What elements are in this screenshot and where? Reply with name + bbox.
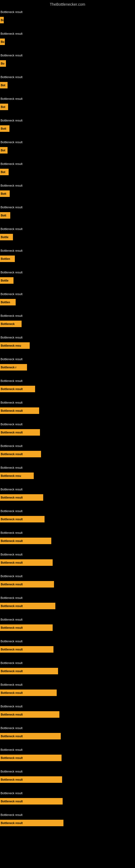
- bar-text: Bo: [0, 19, 4, 22]
- bar: Bot: [0, 104, 8, 110]
- bar: Bottleneck result: [0, 711, 59, 718]
- bar: Bottleneck result: [0, 451, 41, 457]
- bar-label: Bottleneck result: [1, 249, 22, 252]
- bar: Bottleneck result: [0, 516, 45, 522]
- table-row: Bottleneck resultBottleneck resu: [0, 334, 135, 355]
- table-row: Bottleneck resultBo: [0, 8, 135, 30]
- table-row: Bottleneck resultBottleneck result: [0, 811, 135, 833]
- bar: Bottleneck result: [0, 386, 35, 392]
- bar: Bottleneck resu: [0, 472, 34, 479]
- table-row: Bottleneck resultBottleneck result: [0, 703, 135, 724]
- table-row: Bottleneck resultBottleneck result: [0, 507, 135, 529]
- bar-text: Bottleneck result: [0, 453, 23, 456]
- bar-label: Bottleneck result: [1, 683, 22, 686]
- bar: Bottleneck result: [0, 798, 63, 805]
- bar-label: Bottleneck result: [1, 726, 22, 730]
- bar-label: Bottleneck result: [1, 509, 22, 513]
- bar: Bottlen: [0, 299, 16, 305]
- table-row: Bottleneck resultBottle: [0, 269, 135, 290]
- bar-label: Bottleneck result: [1, 792, 22, 795]
- bar: Bottleneck result: [0, 646, 53, 653]
- table-row: Bottleneck resultBottleneck result: [0, 572, 135, 594]
- bar-text: Bottleneck result: [0, 561, 23, 564]
- bar: Bottleneck result: [0, 624, 53, 631]
- bar: Bo: [0, 38, 5, 45]
- bar-text: Bottleneck result: [0, 626, 23, 629]
- bar: Bottleneck result: [0, 538, 51, 544]
- table-row: Bottleneck resultBottleneck result: [0, 659, 135, 681]
- table-row: Bottleneck resultBottleneck result: [0, 421, 135, 442]
- bar-label: Bottleneck result: [1, 488, 22, 491]
- table-row: Bottleneck resultBot: [0, 95, 135, 117]
- bar: Bottle: [0, 277, 13, 284]
- bar-label: Bottleneck result: [1, 575, 22, 578]
- bar: Bottleneck: [0, 321, 21, 327]
- bar-label: Bottleneck result: [1, 206, 22, 209]
- bar-text: Bott: [0, 127, 6, 130]
- bar-text: Bottleneck result: [0, 604, 23, 608]
- table-row: Bottleneck resultBottleneck resu: [0, 464, 135, 486]
- bar: Bott: [0, 190, 10, 197]
- site-title: TheBottlenecker.com: [0, 0, 135, 9]
- bar: Bottleneck result: [0, 407, 39, 414]
- bar-label: Bottleneck result: [1, 336, 22, 339]
- bar-label: Bottleneck result: [1, 314, 22, 317]
- bar-text: Bottleneck result: [0, 388, 23, 391]
- bar: Bot: [0, 82, 8, 88]
- table-row: Bottleneck resultBot: [0, 73, 135, 95]
- bar: Bottleneck result: [0, 559, 53, 566]
- bar-text: Bottleneck result: [0, 539, 23, 542]
- bar-label: Bottleneck result: [1, 640, 22, 643]
- bar-label: Bottleneck result: [1, 97, 22, 100]
- bar-text: Bottleneck result: [0, 735, 23, 738]
- bar-label: Bottleneck result: [1, 423, 22, 426]
- table-row: Bottleneck resultBo: [0, 30, 135, 52]
- table-row: Bottleneck resultBottleneck result: [0, 594, 135, 616]
- table-row: Bottleneck resultBottleneck r: [0, 355, 135, 377]
- table-row: Bottleneck resultBottleneck result: [0, 724, 135, 746]
- bar-label: Bottleneck result: [1, 379, 22, 382]
- bar-label: Bottleneck result: [1, 10, 22, 13]
- bar-text: Bottleneck resu: [0, 474, 21, 477]
- bar-label: Bottleneck result: [1, 75, 22, 79]
- bar-text: Bottleneck result: [0, 670, 23, 673]
- bar-text: Bottleneck result: [0, 648, 23, 651]
- bar-label: Bottleneck result: [1, 705, 22, 708]
- table-row: Bottleneck resultBottleneck result: [0, 486, 135, 507]
- bar: Bott: [0, 212, 10, 219]
- table-row: Bottleneck resultBottleneck result: [0, 399, 135, 421]
- bar-label: Bottleneck result: [1, 531, 22, 534]
- bar: Bottleneck result: [0, 429, 40, 436]
- bar: Bottleneck result: [0, 603, 55, 609]
- bar: Bottlen: [0, 255, 15, 262]
- bar: Bottle: [0, 234, 13, 240]
- bar: Bo: [0, 60, 6, 67]
- bar-label: Bottleneck result: [1, 401, 22, 404]
- bar-text: Bott: [0, 192, 6, 195]
- bar-text: Bottleneck result: [0, 431, 23, 434]
- bar-label: Bottleneck result: [1, 119, 22, 122]
- bar-text: Bottleneck r: [0, 366, 16, 369]
- bar: Bot: [0, 169, 9, 175]
- bar-text: Bo: [0, 62, 4, 65]
- bar-label: Bottleneck result: [1, 292, 22, 296]
- bar-label: Bottleneck result: [1, 271, 22, 274]
- bar-text: Bottleneck result: [0, 409, 23, 412]
- table-row: Bottleneck resultBottleneck result: [0, 377, 135, 399]
- bar-text: Bottleneck result: [0, 691, 23, 694]
- bar: Bottleneck result: [0, 820, 63, 826]
- bar-text: Bottleneck result: [0, 756, 23, 760]
- bar: Bott: [0, 125, 9, 132]
- bar: Bottleneck result: [0, 755, 61, 761]
- bar: Bottleneck result: [0, 668, 58, 674]
- bar-text: Bottleneck resu: [0, 344, 21, 347]
- bar-text: Bottleneck result: [0, 713, 23, 716]
- bar-label: Bottleneck result: [1, 227, 22, 230]
- table-row: Bottleneck resultBo: [0, 52, 135, 73]
- bar-label: Bottleneck result: [1, 141, 22, 144]
- bar-text: Bottleneck: [0, 322, 14, 326]
- table-row: Bottleneck resultBott: [0, 182, 135, 204]
- table-row: Bottleneck resultBottleneck result: [0, 638, 135, 659]
- bar-text: Bo: [0, 40, 4, 43]
- table-row: Bottleneck resultBottleneck result: [0, 746, 135, 768]
